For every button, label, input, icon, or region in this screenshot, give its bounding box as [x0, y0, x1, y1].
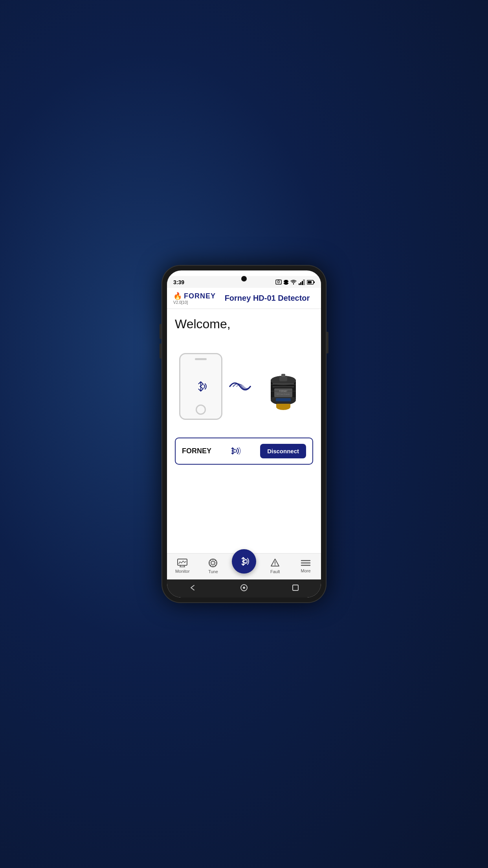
tune-icon	[208, 558, 218, 568]
svg-rect-5	[288, 281, 288, 282]
svg-line-42	[210, 560, 212, 562]
svg-rect-4	[284, 281, 284, 282]
svg-rect-10	[302, 281, 303, 285]
tune-label: Tune	[208, 569, 218, 574]
brand-name: 🔥 FORNEY	[173, 292, 216, 300]
phone-frame: 3:39	[161, 265, 327, 603]
svg-rect-24	[276, 398, 291, 401]
fab-bt-icon	[238, 556, 250, 567]
svg-line-43	[214, 564, 216, 566]
status-time: 3:39	[173, 279, 184, 285]
svg-rect-6	[284, 283, 284, 284]
svg-point-1	[278, 281, 280, 283]
detector-device-icon: FORNEY HD Fume Detector	[258, 361, 309, 412]
bottom-nav: Monitor Tune	[167, 553, 321, 579]
svg-rect-8	[299, 283, 300, 285]
nav-monitor[interactable]: Monitor	[171, 557, 194, 575]
nav-tune[interactable]: Tune	[201, 557, 225, 576]
vol-down-button	[160, 344, 161, 359]
monitor-icon	[177, 559, 187, 567]
svg-rect-13	[308, 281, 312, 283]
power-button	[327, 332, 328, 353]
svg-rect-7	[288, 283, 288, 284]
monitor-label: Monitor	[175, 569, 190, 574]
signal-icon	[299, 280, 305, 285]
svg-rect-3	[284, 280, 288, 285]
fault-label: Fault	[270, 569, 280, 574]
disconnect-button[interactable]: Disconnect	[260, 444, 306, 458]
battery-icon	[307, 280, 315, 285]
svg-point-52	[243, 587, 245, 589]
svg-rect-11	[303, 280, 305, 285]
recents-button[interactable]	[291, 583, 300, 592]
vol-up-button	[160, 324, 161, 339]
flame-icon: 🔥	[173, 292, 182, 300]
svg-line-45	[210, 564, 212, 566]
svg-rect-2	[277, 280, 280, 280]
phone-screen: 3:39	[167, 270, 321, 598]
svg-rect-9	[300, 282, 301, 285]
svg-point-47	[275, 565, 275, 565]
home-button[interactable]	[240, 583, 248, 592]
main-content: Welcome,	[167, 309, 321, 553]
app-header: 🔥 FORNEY V2.0[10] Forney HD-01 Detector	[167, 288, 321, 309]
svg-rect-53	[293, 585, 298, 590]
fault-icon	[270, 558, 280, 568]
svg-rect-20	[273, 386, 294, 387]
app-version: V2.0[10]	[173, 300, 188, 305]
more-icon	[301, 559, 311, 567]
forney-logo: 🔥 FORNEY V2.0[10]	[173, 292, 216, 305]
connection-row: FORNEY Disconnect	[175, 438, 313, 465]
svg-rect-14	[314, 281, 315, 283]
nav-more[interactable]: More	[294, 557, 317, 575]
svg-text:HD Fume Detector: HD Fume Detector	[277, 393, 290, 395]
phone-mockup-icon	[179, 353, 222, 420]
svg-rect-28	[281, 374, 285, 377]
device-illustration: FORNEY HD Fume Detector	[175, 339, 313, 438]
bt-signal-icon	[229, 446, 243, 456]
connected-device-name: FORNEY	[182, 447, 211, 455]
camera-notch	[241, 276, 247, 281]
bt-phone-icon	[194, 380, 207, 393]
svg-line-44	[214, 560, 216, 562]
app-title: Forney HD-01 Detector	[220, 294, 315, 303]
svg-rect-26	[276, 404, 290, 408]
back-button[interactable]	[188, 583, 197, 592]
more-label: More	[301, 568, 311, 573]
bt-waves-center	[226, 373, 254, 400]
vibrate-icon	[284, 280, 288, 285]
nav-bluetooth-fab[interactable]	[232, 549, 256, 574]
nav-fault[interactable]: Fault	[263, 557, 287, 576]
welcome-heading: Welcome,	[175, 317, 313, 331]
android-nav-bar	[167, 579, 321, 598]
svg-rect-0	[276, 280, 281, 284]
wifi-icon	[290, 280, 297, 285]
spacer	[175, 471, 313, 550]
status-icons	[275, 280, 315, 285]
screenshot-icon	[275, 280, 282, 285]
